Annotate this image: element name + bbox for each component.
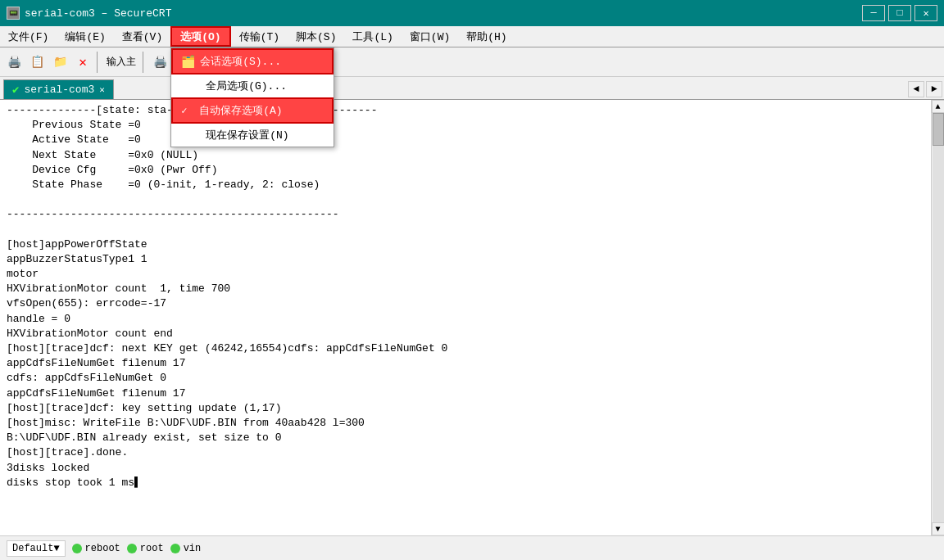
menu-item-window[interactable]: 窗口(W) [402, 26, 458, 47]
toolbar-btn-4[interactable]: ✕ [72, 52, 93, 73]
input-label: 输入主 [103, 55, 139, 69]
menu-save-now[interactable]: 现在保存设置(N) [171, 124, 334, 147]
indicator-reboot: reboot [72, 543, 120, 554]
title-bar: 📟 serial-com3 – SecureCRT — □ ✕ [0, 0, 944, 26]
reboot-dot [72, 544, 82, 553]
session-options-icon: 🗂️ [181, 55, 195, 69]
main-content: --------------[state: sta---------------… [0, 100, 944, 535]
toolbar-btn-1[interactable]: 🖨️ [3, 52, 25, 73]
scroll-track [933, 113, 944, 522]
toolbar-sep-2 [143, 52, 146, 73]
title-left: 📟 serial-com3 – SecureCRT [7, 7, 171, 20]
menu-item-tools[interactable]: 工具(L) [344, 26, 401, 47]
tab-prev-btn[interactable]: ◄ [908, 81, 924, 97]
toolbar-sep-1 [97, 52, 100, 73]
tab-serial-com3[interactable]: ✔ serial-com3 ✕ [3, 79, 114, 99]
maximize-button[interactable]: □ [888, 5, 911, 21]
scroll-thumb[interactable] [933, 113, 944, 146]
title-controls: — □ ✕ [862, 5, 937, 21]
menu-item-view[interactable]: 查看(V) [114, 26, 170, 47]
menu-wrapper-options: 选项(O) 🗂️ 会话选项(S)... 全局选项(G)... ✓ 自动保存选项(… [170, 26, 230, 47]
vin-label: vin [184, 543, 202, 554]
indicator-vin: vin [170, 543, 202, 554]
tab-label: serial-com3 [24, 84, 94, 96]
options-dropdown: 🗂️ 会话选项(S)... 全局选项(G)... ✓ 自动保存选项(A) 现在保… [170, 47, 334, 147]
toolbar-btn-2[interactable]: 📋 [26, 52, 48, 73]
indicator-root: root [127, 543, 164, 554]
reboot-label: reboot [85, 543, 120, 554]
tab-check-icon: ✔ [12, 83, 19, 97]
tab-close-btn[interactable]: ✕ [99, 84, 105, 95]
window-title: serial-com3 – SecureCRT [25, 7, 171, 20]
toolbar-btn-3[interactable]: 📁 [49, 52, 70, 73]
toolbar-print[interactable]: 🖨️ [149, 52, 170, 73]
global-options-label: 全局选项(G)... [206, 79, 287, 93]
menu-item-transfer[interactable]: 传输(T) [231, 26, 288, 47]
tab-bar: ✔ serial-com3 ✕ ◄ ► [0, 77, 944, 100]
vin-dot [170, 544, 180, 553]
menu-item-edit[interactable]: 编辑(E) [57, 26, 113, 47]
menu-item-help[interactable]: 帮助(H) [458, 26, 515, 47]
menu-item-script[interactable]: 脚本(S) [288, 26, 344, 47]
terminal[interactable]: --------------[state: sta---------------… [0, 100, 931, 535]
menu-item-file[interactable]: 文件(F) [0, 26, 57, 47]
menu-bar: 文件(F) 编辑(E) 查看(V) 选项(O) 🗂️ 会话选项(S)... 全局… [0, 26, 944, 47]
status-bar: Default▼ reboot root vin [0, 535, 944, 560]
menu-auto-save[interactable]: ✓ 自动保存选项(A) [171, 97, 334, 124]
scroll-up-btn[interactable]: ▲ [932, 100, 945, 113]
scroll-down-btn[interactable]: ▼ [932, 522, 945, 535]
menu-global-options[interactable]: 全局选项(G)... [171, 75, 334, 97]
session-dropdown-label: Default▼ [12, 543, 60, 554]
close-button[interactable]: ✕ [914, 5, 937, 21]
root-label: root [140, 543, 164, 554]
root-dot [127, 544, 137, 553]
save-now-label: 现在保存设置(N) [206, 128, 288, 142]
app-icon: 📟 [7, 7, 20, 20]
menu-item-options[interactable]: 选项(O) [170, 26, 230, 47]
tab-next-btn[interactable]: ► [926, 81, 942, 97]
session-dropdown[interactable]: Default▼ [7, 540, 66, 557]
auto-save-check: ✓ [181, 105, 194, 117]
minimize-button[interactable]: — [862, 5, 885, 21]
auto-save-label: 自动保存选项(A) [199, 103, 282, 118]
toolbar: 🖨️ 📋 📁 ✕ 输入主 🖨️ 📄 📋 🔍 ⚙️ 🔑 ❓ 🖼️ [0, 47, 944, 77]
vertical-scrollbar[interactable]: ▲ ▼ [931, 100, 944, 535]
menu-session-options[interactable]: 🗂️ 会话选项(S)... [171, 48, 334, 75]
tab-nav: ◄ ► [906, 79, 944, 99]
session-options-label: 会话选项(S)... [200, 54, 281, 69]
